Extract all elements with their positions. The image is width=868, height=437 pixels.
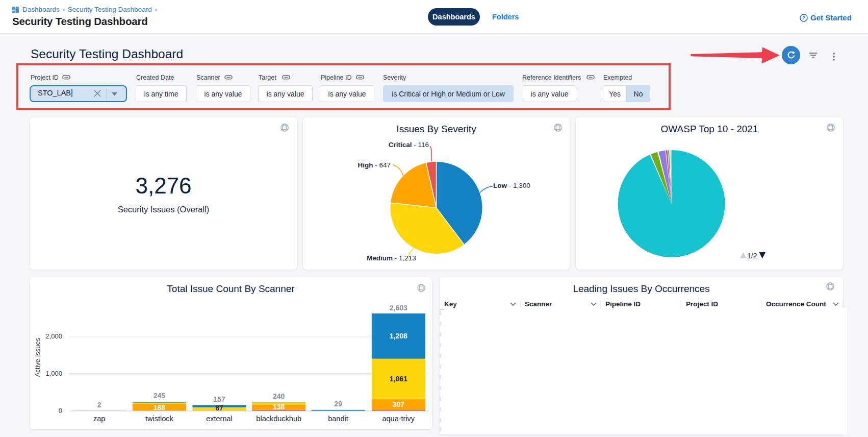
svg-text:bandit: bandit bbox=[328, 415, 348, 423]
svg-text:High - 647: High - 647 bbox=[358, 161, 391, 169]
svg-text:Key: Key bbox=[444, 300, 457, 308]
svg-text:Active Issues: Active Issues bbox=[34, 337, 41, 377]
svg-text:1,208: 1,208 bbox=[390, 332, 407, 340]
svg-text:2,000: 2,000 bbox=[45, 332, 62, 340]
svg-text:157: 157 bbox=[213, 395, 225, 403]
svg-text:?: ? bbox=[802, 15, 805, 20]
svg-text:240: 240 bbox=[273, 392, 285, 400]
svg-text:external: external bbox=[206, 415, 233, 423]
svg-text:Critical - 116: Critical - 116 bbox=[389, 141, 429, 149]
svg-text:Occurrence Count: Occurrence Count bbox=[766, 300, 826, 308]
svg-text:2: 2 bbox=[97, 401, 101, 409]
svg-text:29: 29 bbox=[334, 400, 342, 408]
svg-text:245: 245 bbox=[154, 392, 166, 400]
svg-text:Scanner: Scanner bbox=[525, 300, 552, 308]
svg-text:1,061: 1,061 bbox=[390, 375, 407, 383]
svg-text:2,603: 2,603 bbox=[390, 304, 407, 312]
svg-text:307: 307 bbox=[393, 400, 405, 408]
svg-text:aqua-trivy: aqua-trivy bbox=[382, 415, 415, 423]
svg-text:Pipeline ID: Pipeline ID bbox=[605, 300, 641, 308]
svg-text:Medium - 1,213: Medium - 1,213 bbox=[367, 254, 416, 262]
svg-text:138: 138 bbox=[273, 403, 285, 411]
svg-text:twistlock: twistlock bbox=[145, 415, 174, 423]
svg-text:Low - 1,300: Low - 1,300 bbox=[493, 182, 530, 189]
svg-text:0: 0 bbox=[59, 407, 62, 415]
svg-text:1,000: 1,000 bbox=[45, 370, 62, 377]
svg-text:Project ID: Project ID bbox=[686, 300, 718, 308]
svg-text:87: 87 bbox=[215, 404, 223, 412]
svg-text:zap: zap bbox=[93, 415, 105, 423]
svg-text:blackduckhub: blackduckhub bbox=[256, 415, 301, 423]
svg-text:188: 188 bbox=[154, 403, 166, 411]
svg-text:1/2: 1/2 bbox=[747, 252, 757, 260]
